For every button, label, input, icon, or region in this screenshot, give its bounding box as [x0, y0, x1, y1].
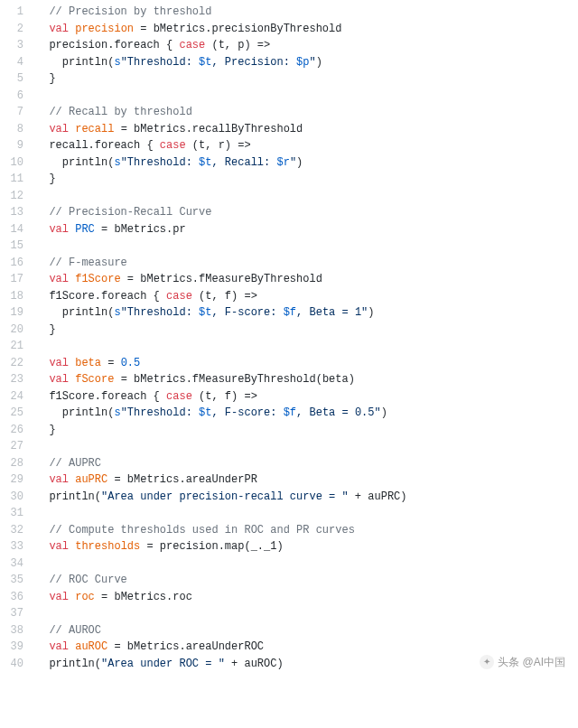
line-number: 10: [0, 154, 36, 172]
code-line: 23 val fScore = bMetrics.fMeasureByThres…: [0, 371, 578, 388]
code-line: 13 // Precision-Recall Curve: [0, 204, 578, 221]
code-content: val thresholds = precision.map(_._1): [36, 538, 578, 555]
line-number: 1: [0, 4, 36, 21]
code-line: 6: [0, 88, 578, 105]
line-number: 3: [0, 37, 36, 54]
code-line: 15: [0, 238, 578, 255]
code-line: 9 recall.foreach { case (t, r) =>: [0, 137, 578, 154]
line-number: 31: [0, 505, 36, 522]
line-number: 22: [0, 355, 36, 372]
line-number: 34: [0, 555, 36, 573]
line-number: 24: [0, 388, 36, 406]
line-number: 18: [0, 288, 36, 305]
code-line: 29 val auPRC = bMetrics.areaUnderPR: [0, 471, 578, 489]
line-number: 33: [0, 538, 36, 555]
code-line: 3 precision.foreach { case (t, p) =>: [0, 37, 578, 54]
code-line: 25 println(s"Threshold: $t, F-score: $f,…: [0, 405, 578, 422]
line-number: 11: [0, 171, 36, 188]
line-number: 26: [0, 422, 36, 439]
code-content: [36, 188, 578, 205]
line-number: 25: [0, 405, 36, 422]
code-line: 17 val f1Score = bMetrics.fMeasureByThre…: [0, 271, 578, 288]
code-content: // Compute thresholds used in ROC and PR…: [36, 522, 578, 539]
line-number: 14: [0, 221, 36, 238]
code-content: println("Area under precision-recall cur…: [36, 489, 578, 506]
code-line: 2 val precision = bMetrics.precisionByTh…: [0, 21, 578, 38]
line-number: 38: [0, 622, 36, 639]
code-line: 38 // AUROC: [0, 622, 578, 639]
code-content: println(s"Threshold: $t, Recall: $r"): [36, 154, 578, 172]
code-line: 14 val PRC = bMetrics.pr: [0, 221, 578, 238]
code-line: 37: [0, 605, 578, 622]
line-number: 39: [0, 639, 36, 656]
code-content: // F-measure: [36, 255, 578, 272]
line-number: 13: [0, 204, 36, 221]
code-content: f1Score.foreach { case (t, f) =>: [36, 288, 578, 305]
code-content: [36, 605, 578, 622]
code-content: [36, 88, 578, 105]
code-content: [36, 505, 578, 522]
code-line: 20 }: [0, 322, 578, 339]
code-content: val beta = 0.5: [36, 355, 578, 372]
watermark-icon: ✦: [480, 655, 494, 669]
code-content: val auPRC = bMetrics.areaUnderPR: [36, 471, 578, 489]
code-line: 33 val thresholds = precision.map(_._1): [0, 538, 578, 555]
code-line: 22 val beta = 0.5: [0, 355, 578, 372]
code-content: val PRC = bMetrics.pr: [36, 221, 578, 238]
code-line: 28 // AUPRC: [0, 455, 578, 472]
code-line: 18 f1Score.foreach { case (t, f) =>: [0, 288, 578, 305]
code-line: 5 }: [0, 70, 578, 88]
code-line: 7 // Recall by threshold: [0, 104, 578, 121]
code-content: [36, 555, 578, 573]
code-content: // ROC Curve: [36, 572, 578, 589]
watermark: ✦ 头条 @AI中国: [480, 654, 565, 671]
line-number: 9: [0, 137, 36, 154]
code-line: 8 val recall = bMetrics.recallByThreshol…: [0, 121, 578, 138]
code-line: 31: [0, 505, 578, 522]
line-number: 36: [0, 589, 36, 606]
code-content: [36, 238, 578, 255]
line-number: 32: [0, 522, 36, 539]
code-line: 32 // Compute thresholds used in ROC and…: [0, 522, 578, 539]
line-number: 4: [0, 54, 36, 71]
code-line: 24 f1Score.foreach { case (t, f) =>: [0, 388, 578, 406]
code-content: val fScore = bMetrics.fMeasureByThreshol…: [36, 371, 578, 388]
code-content: }: [36, 322, 578, 339]
code-content: // Recall by threshold: [36, 104, 578, 121]
code-content: recall.foreach { case (t, r) =>: [36, 137, 578, 154]
line-number: 29: [0, 471, 36, 489]
code-content: // AUROC: [36, 622, 578, 639]
line-number: 12: [0, 188, 36, 205]
code-block: 1 // Precision by threshold2 val precisi…: [0, 0, 578, 681]
code-content: }: [36, 70, 578, 88]
code-content: val f1Score = bMetrics.fMeasureByThresho…: [36, 271, 578, 288]
code-content: [36, 438, 578, 455]
line-number: 7: [0, 104, 36, 121]
code-content: precision.foreach { case (t, p) =>: [36, 37, 578, 54]
line-number: 6: [0, 88, 36, 105]
line-number: 30: [0, 489, 36, 506]
code-line: 36 val roc = bMetrics.roc: [0, 589, 578, 606]
line-number: 35: [0, 572, 36, 589]
code-line: 26 }: [0, 422, 578, 439]
line-number: 37: [0, 605, 36, 622]
line-number: 2: [0, 21, 36, 38]
code-line: 21: [0, 338, 578, 355]
line-number: 19: [0, 304, 36, 322]
code-content: // Precision-Recall Curve: [36, 204, 578, 221]
line-number: 21: [0, 338, 36, 355]
code-content: val roc = bMetrics.roc: [36, 589, 578, 606]
line-number: 17: [0, 271, 36, 288]
code-content: println(s"Threshold: $t, F-score: $f, Be…: [36, 405, 578, 422]
line-number: 27: [0, 438, 36, 455]
line-number: 28: [0, 455, 36, 472]
code-content: f1Score.foreach { case (t, f) =>: [36, 388, 578, 406]
code-content: // Precision by threshold: [36, 4, 578, 21]
line-number: 40: [0, 656, 36, 673]
code-content: }: [36, 171, 578, 188]
code-line: 11 }: [0, 171, 578, 188]
code-line: 35 // ROC Curve: [0, 572, 578, 589]
code-line: 16 // F-measure: [0, 255, 578, 272]
code-content: [36, 338, 578, 355]
code-line: 12: [0, 188, 578, 205]
